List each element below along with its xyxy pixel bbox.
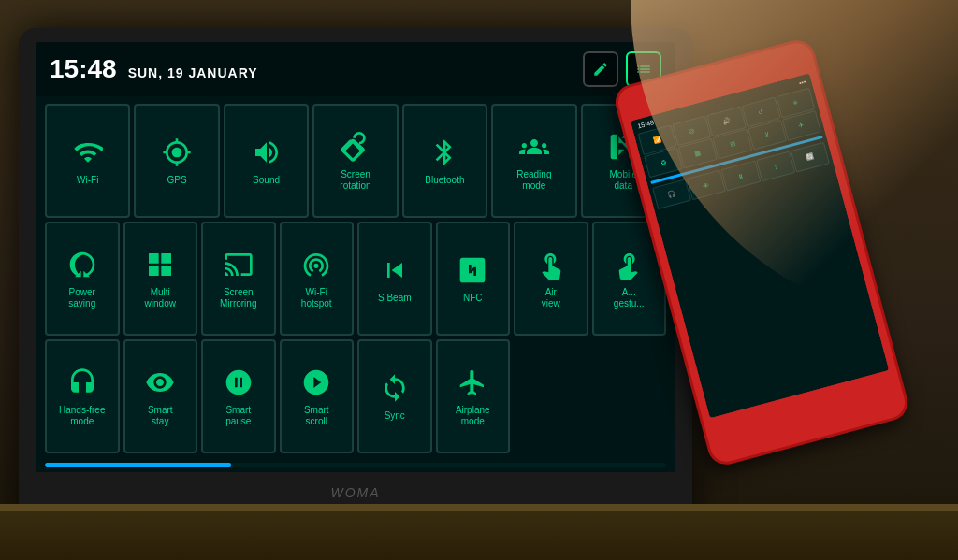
airplane-mode-label: Airplanemode xyxy=(456,405,490,427)
phone-wifi-icon: 📶 xyxy=(652,136,662,145)
phone-p4: ⊻ xyxy=(763,131,770,139)
progress-fill xyxy=(45,463,231,467)
air-gesture-icon xyxy=(612,248,646,281)
gps-toggle[interactable]: GPS xyxy=(134,104,219,218)
s-beam-label: S Beam xyxy=(378,293,412,304)
gps-label: GPS xyxy=(167,175,187,186)
smart-scroll-label: Smartscroll xyxy=(304,405,329,427)
nfc-toggle[interactable]: NFC xyxy=(436,222,511,336)
smart-scroll-toggle[interactable]: Smartscroll xyxy=(280,339,355,453)
screen-rotation-icon xyxy=(339,130,372,164)
sound-toggle[interactable]: Sound xyxy=(224,104,309,218)
power-saving-icon xyxy=(65,248,99,281)
phone-sound-icon: 🔊 xyxy=(721,117,732,126)
smart-pause-label: Smartpause xyxy=(225,405,251,427)
edit-button[interactable] xyxy=(583,51,618,87)
tv-brand-text: WOMA xyxy=(330,485,380,500)
phone-r2i1: 🎧 xyxy=(667,190,677,199)
phone-grid-item: ⏸ xyxy=(721,160,761,191)
bluetooth-toggle[interactable]: Bluetooth xyxy=(402,104,487,218)
clock-date: SUN, 19 JANUARY xyxy=(128,65,258,80)
wifi-label: Wi-Fi xyxy=(77,175,98,186)
sync-toggle[interactable]: Sync xyxy=(357,339,432,453)
gps-icon xyxy=(160,136,194,169)
screen-rotation-label: Screenrotation xyxy=(340,169,370,192)
empty-cell-1 xyxy=(514,339,588,453)
smart-pause-toggle[interactable]: Smartpause xyxy=(201,339,276,453)
top-bar: 15:48 SUN, 19 JANUARY xyxy=(36,42,675,96)
screen-mirroring-label: ScreenMirroring xyxy=(220,287,256,309)
list-icon xyxy=(635,61,652,78)
multi-window-icon xyxy=(143,248,177,281)
reading-mode-label: Readingmode xyxy=(516,169,551,192)
phone-gps-icon: ◎ xyxy=(689,126,696,135)
nfc-label: NFC xyxy=(463,293,483,304)
phone-p1: ♻ xyxy=(660,158,667,166)
grid-row-2: Powersaving Multiwindow ScreenMirroring xyxy=(45,222,666,336)
phone-r2i5: 🔄 xyxy=(805,152,815,162)
wifi-hotspot-toggle[interactable]: Wi-Fihotspot xyxy=(280,222,355,336)
hands-free-label: Hands-freemode xyxy=(59,405,105,427)
progress-track xyxy=(45,463,666,467)
air-gesture-label: A...gestu... xyxy=(614,287,645,309)
air-view-toggle[interactable]: Airview xyxy=(514,222,588,336)
sync-label: Sync xyxy=(385,410,405,422)
wifi-icon xyxy=(71,136,105,169)
sound-icon xyxy=(250,136,283,169)
wifi-hotspot-label: Wi-Fihotspot xyxy=(301,287,332,309)
airplane-mode-icon xyxy=(456,366,489,399)
phone-grid-item: 🎧 xyxy=(652,179,691,209)
phone-r2i4: ↕ xyxy=(773,163,777,170)
furniture-shelf xyxy=(0,504,958,560)
progress-bar-area xyxy=(36,461,675,472)
bluetooth-label: Bluetooth xyxy=(425,175,464,186)
sync-icon xyxy=(378,371,412,405)
phone-grid-item: 👁 xyxy=(687,169,726,200)
screen-mirroring-icon xyxy=(222,248,255,281)
smart-stay-toggle[interactable]: Smartstay xyxy=(123,339,198,453)
tv-screen: 15:48 SUN, 19 JANUARY xyxy=(36,42,675,472)
clock-time: 15:48 xyxy=(50,54,117,84)
smart-scroll-icon xyxy=(299,366,333,399)
reading-mode-icon xyxy=(517,130,551,164)
hands-free-icon xyxy=(65,366,99,399)
screen-mirroring-toggle[interactable]: ScreenMirroring xyxy=(201,222,276,336)
phone-status-icons: ▪▪▪ xyxy=(798,79,806,87)
power-saving-label: Powersaving xyxy=(68,287,95,309)
multi-window-toggle[interactable]: Multiwindow xyxy=(123,222,198,336)
wifi-hotspot-icon xyxy=(299,248,333,281)
power-saving-toggle[interactable]: Powersaving xyxy=(45,222,120,336)
phone-rot-icon: ↺ xyxy=(757,108,764,116)
phone-p3: ⊞ xyxy=(729,139,736,148)
s-beam-icon xyxy=(378,253,412,287)
smart-stay-label: Smartstay xyxy=(148,405,173,427)
wifi-toggle[interactable]: Wi-Fi xyxy=(45,104,130,218)
airplane-mode-toggle[interactable]: Airplanemode xyxy=(436,339,511,453)
reading-mode-toggle[interactable]: Readingmode xyxy=(491,104,576,218)
phone-p5: ✈ xyxy=(798,122,806,130)
screen-rotation-toggle[interactable]: Screenrotation xyxy=(312,104,398,218)
phone-r2i3: ⏸ xyxy=(737,172,746,180)
hands-free-toggle[interactable]: Hands-freemode xyxy=(45,339,120,453)
time-date-area: 15:48 SUN, 19 JANUARY xyxy=(50,54,258,84)
tv-outer-bezel: 15:48 SUN, 19 JANUARY xyxy=(19,28,692,533)
android-tv-ui: 15:48 SUN, 19 JANUARY xyxy=(36,42,675,472)
smart-stay-icon xyxy=(143,366,177,399)
phone-grid-item: 🔄 xyxy=(791,142,830,173)
empty-cell-2 xyxy=(592,339,667,453)
multi-window-label: Multiwindow xyxy=(145,287,176,309)
air-view-label: Airview xyxy=(542,287,560,309)
shelf-top-edge xyxy=(0,504,958,511)
phone-p2: ▦ xyxy=(694,149,703,158)
s-beam-toggle[interactable]: S Beam xyxy=(357,222,432,336)
phone-bt-icon: ✳ xyxy=(791,99,799,108)
smart-pause-icon xyxy=(222,366,255,399)
bluetooth-icon xyxy=(428,136,461,169)
pencil-icon xyxy=(592,61,609,78)
phone-grid-item: ↕ xyxy=(756,151,795,182)
grid-row-1: Wi-Fi GPS Sound xyxy=(45,104,666,218)
quick-settings-grid: Wi-Fi GPS Sound xyxy=(36,96,675,461)
grid-row-3: Hands-freemode Smartstay Smartpause xyxy=(45,339,666,453)
phone-r2i2: 👁 xyxy=(703,181,711,190)
air-view-icon xyxy=(534,248,568,281)
